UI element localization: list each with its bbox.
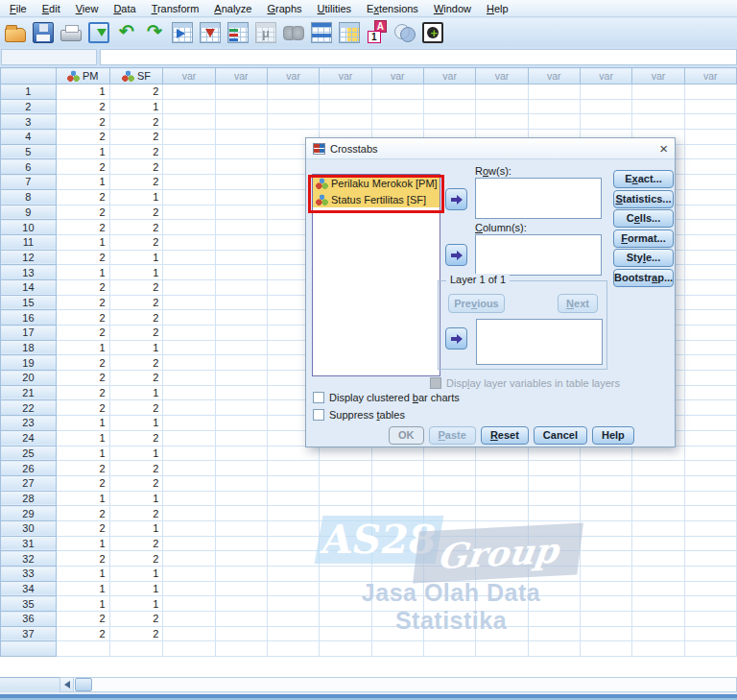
data-cell[interactable] (684, 234, 736, 250)
data-cell[interactable] (632, 475, 684, 491)
data-cell[interactable] (580, 99, 631, 114)
row-header[interactable]: 5 (1, 144, 57, 159)
data-cell[interactable] (371, 551, 423, 567)
data-cell[interactable] (215, 491, 267, 506)
row-header[interactable]: 7 (1, 175, 57, 190)
data-cell[interactable] (684, 144, 736, 159)
data-cell[interactable] (163, 596, 215, 612)
move-to-layer-button[interactable] (445, 327, 467, 350)
statistics-button[interactable]: Statistics... (613, 190, 674, 208)
data-cell[interactable] (476, 506, 528, 521)
data-cell[interactable] (580, 626, 631, 641)
row-header[interactable]: 35 (1, 596, 57, 612)
data-cell[interactable] (215, 536, 267, 551)
data-cell[interactable] (580, 641, 631, 657)
data-cell[interactable] (528, 114, 580, 130)
data-cell[interactable]: 2 (109, 144, 163, 159)
data-cell[interactable]: 2 (109, 279, 163, 295)
data-cell[interactable] (684, 461, 736, 476)
bootstrap-button[interactable]: Bootstrap... (613, 269, 674, 287)
data-cell[interactable] (528, 84, 580, 100)
column-header-var[interactable]: var (476, 68, 528, 84)
data-cell[interactable] (632, 612, 684, 627)
data-cell[interactable]: 2 (56, 520, 109, 536)
data-cell[interactable] (163, 114, 215, 130)
data-cell[interactable] (423, 520, 475, 536)
move-to-columns-button[interactable] (445, 244, 467, 266)
data-cell[interactable] (423, 596, 475, 612)
row-header[interactable]: 29 (1, 506, 57, 521)
data-cell[interactable] (632, 641, 684, 657)
menu-utilities[interactable]: Utilities (310, 1, 359, 16)
data-cell[interactable] (371, 626, 423, 641)
row-header[interactable]: 19 (1, 355, 57, 371)
data-cell[interactable] (632, 461, 684, 476)
data-cell[interactable] (163, 130, 215, 145)
data-cell[interactable] (215, 205, 267, 220)
data-cell[interactable] (476, 536, 528, 551)
row-header[interactable]: 15 (1, 295, 57, 310)
data-cell[interactable] (684, 189, 736, 205)
data-cell[interactable] (320, 581, 371, 596)
row-header[interactable]: 17 (1, 326, 57, 341)
data-cell[interactable] (163, 626, 215, 641)
data-cell[interactable] (423, 491, 475, 506)
data-cell[interactable] (163, 491, 215, 506)
data-cell[interactable] (163, 416, 215, 431)
data-cell[interactable] (215, 551, 267, 567)
data-cell[interactable]: 2 (109, 430, 163, 446)
cells-button[interactable]: Cells... (613, 209, 674, 228)
data-cell[interactable] (684, 416, 736, 431)
redo-button[interactable]: ↷ (142, 20, 167, 45)
row-header[interactable]: 30 (1, 520, 57, 536)
data-cell[interactable] (215, 84, 267, 100)
data-cell[interactable] (423, 475, 475, 491)
data-cell[interactable] (163, 612, 215, 627)
data-cell[interactable] (528, 581, 580, 596)
row-header[interactable]: 26 (1, 461, 57, 476)
data-cell[interactable] (267, 84, 319, 100)
data-cell[interactable] (423, 626, 475, 641)
data-cell[interactable] (267, 446, 319, 461)
data-cell[interactable] (684, 326, 736, 341)
data-cell[interactable]: 1 (109, 416, 163, 431)
cell-value-input[interactable] (100, 49, 737, 65)
data-cell[interactable] (215, 355, 267, 371)
data-cell[interactable] (684, 536, 736, 551)
row-header[interactable]: 3 (1, 114, 57, 130)
row-header[interactable]: 36 (1, 612, 57, 627)
columns-listbox[interactable] (475, 234, 602, 276)
data-cell[interactable] (371, 461, 423, 476)
menu-graphs[interactable]: Graphs (259, 1, 309, 16)
data-cell[interactable]: 2 (56, 551, 109, 567)
data-cell[interactable]: 2 (109, 475, 163, 491)
row-header[interactable]: 33 (1, 567, 57, 582)
data-cell[interactable]: 2 (109, 536, 163, 551)
data-cell[interactable] (580, 461, 631, 476)
data-cell[interactable]: 1 (109, 491, 163, 506)
data-cell[interactable] (163, 400, 215, 416)
data-cell[interactable]: 1 (56, 144, 109, 159)
data-cell[interactable] (423, 551, 475, 567)
data-cell[interactable] (423, 84, 475, 100)
data-cell[interactable] (215, 144, 267, 159)
data-cell[interactable]: 2 (109, 84, 163, 100)
data-cell[interactable] (163, 520, 215, 536)
data-cell[interactable] (580, 612, 631, 627)
data-cell[interactable] (163, 220, 215, 235)
ok-button[interactable]: OK (389, 426, 424, 445)
data-cell[interactable] (215, 475, 267, 491)
data-cell[interactable] (684, 491, 736, 506)
data-cell[interactable] (163, 567, 215, 582)
data-cell[interactable]: 1 (56, 567, 109, 582)
data-cell[interactable]: 2 (109, 551, 163, 567)
column-header-var[interactable]: var (423, 68, 475, 84)
data-cell[interactable]: 1 (56, 491, 109, 506)
data-cell[interactable] (476, 475, 528, 491)
data-cell[interactable]: 2 (109, 461, 163, 476)
previous-button[interactable]: Previous (448, 294, 505, 313)
dialog-title-bar[interactable]: Crosstabs × (306, 138, 675, 159)
data-cell[interactable] (684, 520, 736, 536)
row-header[interactable]: 12 (1, 250, 57, 265)
column-header-var[interactable]: var (163, 68, 215, 84)
